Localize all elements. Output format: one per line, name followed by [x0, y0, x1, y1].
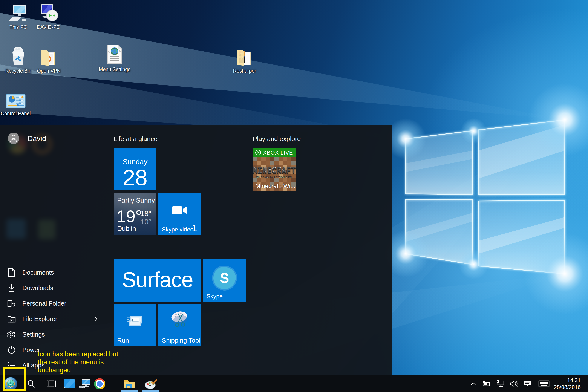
tile-snipping-tool[interactable]: Snipping Tool	[158, 304, 201, 346]
desktop-icon-label: Open VPN	[30, 68, 67, 74]
power-icon	[6, 346, 17, 354]
tray-clock[interactable]: 14:31 28/08/2016	[554, 377, 581, 390]
taskbar-app-file-explorer[interactable]	[122, 376, 138, 392]
tile-calendar[interactable]: Sunday 28	[114, 148, 156, 190]
file-explorer-icon	[6, 315, 17, 323]
desktop-icon-david-pc[interactable]: DAVID-PC	[30, 4, 66, 30]
speaker-icon	[510, 380, 518, 388]
tray-volume[interactable]	[508, 376, 520, 392]
paint-icon	[145, 378, 157, 390]
sidebar-item-settings[interactable]: Settings	[0, 328, 108, 341]
desktop-icon-label: DAVID-PC	[30, 24, 66, 30]
control-panel-icon	[0, 90, 34, 108]
xbox-live-label: XBOX LIVE	[263, 150, 293, 156]
weather-high: 18°	[140, 210, 151, 218]
start-menu: David Life at a glance Play and explore …	[0, 125, 392, 376]
tile-label: Skype video	[162, 226, 194, 233]
tile-skype[interactable]: S Skype	[203, 259, 246, 302]
desktop-icon-label: Control Panel	[0, 110, 34, 116]
video-camera-icon	[172, 206, 188, 216]
chrome-icon	[94, 378, 105, 390]
tile-skype-video[interactable]: Skype video 1	[158, 193, 201, 235]
clock-date: 28/08/2016	[554, 384, 581, 390]
taskbar-app-remote-window[interactable]	[62, 376, 76, 392]
chevron-right-icon	[94, 316, 98, 323]
section-heading-play-and-explore: Play and explore	[253, 135, 301, 142]
weather-condition: Partly Sunny	[117, 197, 155, 204]
xbox-live-banner: XBOX LIVE	[253, 148, 296, 157]
sidebar-item-documents[interactable]: Documents	[0, 266, 108, 279]
skype-logo-icon: S	[214, 267, 236, 289]
clock-time: 14:31	[554, 377, 581, 384]
section-heading-life-at-a-glance: Life at a glance	[114, 135, 157, 142]
keyboard-icon	[538, 380, 550, 387]
weather-city: Dublin	[117, 225, 136, 232]
tray-touch-keyboard[interactable]	[536, 376, 552, 392]
surface-logo-text: Surface	[122, 267, 193, 292]
gear-icon	[6, 330, 17, 339]
desktop-icon-menu-settings[interactable]: Menu Settings	[96, 46, 133, 73]
weather-temp: 19°	[117, 206, 142, 226]
tray-action-center[interactable]	[522, 376, 534, 392]
tile-label: Run	[117, 337, 129, 344]
tray-battery[interactable]	[480, 376, 492, 392]
file-explorer-taskbar-icon	[124, 379, 136, 388]
weather-low: 10°	[140, 218, 151, 226]
tile-label: Snipping Tool	[162, 337, 200, 344]
tile-label: Minecraft: Wi...	[255, 183, 296, 190]
tray-show-hidden-icons[interactable]	[468, 376, 479, 392]
desktop-icon-label: Menu Settings	[96, 66, 133, 73]
tile-minecraft[interactable]: XBOX LIVE MINECRAFT WINDOWS 10 EDITION B…	[253, 148, 296, 191]
xbox-logo-icon	[255, 150, 261, 156]
skype-video-badge: 1	[192, 223, 197, 234]
annotation-text: Icon has been replaced but the rest of t…	[38, 350, 118, 374]
snipping-tool-icon	[170, 310, 190, 331]
desktop-icon-resharper[interactable]: ET RAINS Resharper	[226, 48, 263, 74]
taskbar-app-pc[interactable]	[77, 376, 92, 392]
desktop-icon-label: Resharper	[226, 68, 263, 74]
task-view-icon	[47, 380, 56, 388]
network-icon	[496, 380, 504, 388]
action-center-icon	[524, 380, 532, 388]
sidebar-item-downloads[interactable]: Downloads	[0, 282, 108, 294]
tile-run[interactable]: Run	[114, 304, 156, 346]
computer-icon	[79, 379, 91, 389]
openvpn-folder-icon	[30, 48, 67, 66]
blue-window-app-icon	[63, 379, 75, 389]
desktop-icon-open-vpn[interactable]: Open VPN	[30, 48, 67, 74]
search-icon	[27, 380, 36, 388]
annotation-highlight-box	[4, 367, 26, 391]
tile-weather[interactable]: Partly Sunny 19° 18° 10° Dublin	[114, 193, 156, 235]
minecraft-logo: MINECRAFT WINDOWS 10 EDITION BETA	[253, 166, 296, 178]
taskbar-app-paint[interactable]	[143, 376, 159, 392]
tile-label: Skype	[206, 293, 223, 300]
calendar-date: 28	[114, 166, 156, 189]
tile-surface[interactable]: Surface	[114, 259, 201, 302]
user-avatar[interactable]	[8, 132, 19, 144]
personal-folder-icon	[6, 299, 17, 308]
user-name: David	[28, 134, 46, 143]
download-icon	[6, 284, 17, 292]
battery-icon	[482, 380, 491, 387]
tray-network[interactable]	[494, 376, 506, 392]
web-document-icon	[96, 46, 133, 64]
screen: This PC DAVID-PC	[0, 0, 588, 392]
document-icon	[6, 268, 17, 277]
chevron-up-icon	[470, 382, 476, 386]
jetbrains-folder-icon: ET RAINS	[226, 48, 263, 66]
calendar-day: Sunday	[114, 158, 156, 166]
remote-desktop-icon	[30, 4, 66, 22]
run-icon	[127, 315, 144, 328]
sidebar-item-file-explorer[interactable]: File Explorer	[0, 313, 108, 325]
desktop-icon-control-panel[interactable]: Control Panel	[0, 90, 34, 116]
task-view-button[interactable]	[44, 376, 58, 392]
sidebar-item-personal-folder[interactable]: Personal Folder	[0, 297, 108, 310]
taskbar-app-chrome[interactable]	[93, 376, 106, 392]
ghost-skype-icon	[6, 219, 26, 239]
show-desktop-button[interactable]	[586, 376, 588, 392]
ghost-app-icon	[38, 220, 56, 239]
taskbar: 14:31 28/08/2016	[0, 376, 588, 392]
user-row[interactable]: David	[8, 132, 46, 144]
